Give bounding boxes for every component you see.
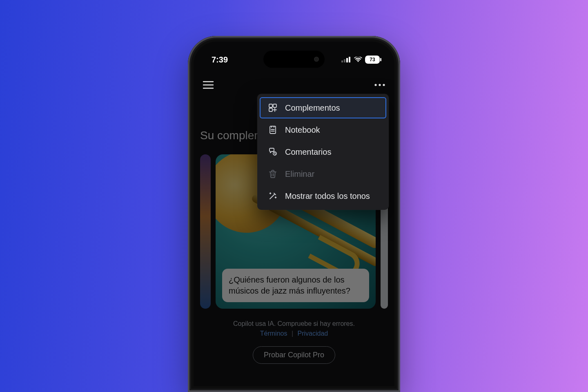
ai-disclaimer: Copilot usa IA. Compruebe si hay errores…: [200, 320, 388, 327]
menu-item-tonos[interactable]: Mostrar todos los tonos: [260, 185, 386, 207]
svg-point-8: [379, 84, 381, 86]
svg-point-9: [383, 84, 385, 86]
menu-item-label: Eliminar: [285, 169, 378, 179]
more-button[interactable]: [374, 83, 385, 87]
svg-rect-10: [269, 104, 272, 107]
menu-item-label: Mostrar todos los tonos: [285, 192, 378, 201]
wifi-icon: [354, 57, 362, 62]
trash-icon: [268, 169, 278, 179]
terms-link[interactable]: Términos: [260, 330, 287, 337]
legal-links: Términos | Privacidad: [200, 330, 388, 337]
more-horizontal-icon: [374, 83, 385, 87]
svg-rect-13: [270, 126, 276, 134]
menu-item-eliminar: Eliminar: [260, 163, 386, 185]
app-bar: [194, 74, 394, 96]
feedback-icon: [268, 147, 278, 157]
suggestion-card-prev[interactable]: [200, 154, 211, 309]
wand-icon: [268, 191, 278, 201]
privacy-link[interactable]: Privacidad: [298, 330, 328, 337]
try-pro-button[interactable]: Probar Copilot Pro: [253, 346, 335, 364]
svg-rect-1: [344, 59, 345, 62]
menu-item-label: Complementos: [285, 103, 378, 113]
svg-rect-11: [273, 104, 276, 107]
plugins-icon: [268, 103, 278, 113]
menu-item-label: Comentarios: [285, 147, 378, 157]
svg-rect-2: [346, 58, 348, 62]
svg-rect-0: [341, 60, 343, 62]
svg-rect-3: [349, 57, 350, 62]
status-time: 7:39: [212, 55, 228, 65]
cellular-icon: [341, 57, 351, 62]
legal-separator: |: [292, 330, 293, 337]
phone-frame: 7:39 73: [188, 36, 400, 392]
menu-item-complementos[interactable]: Complementos: [260, 97, 386, 118]
suggestion-prompt[interactable]: ¿Quiénes fueron algunos de los músicos d…: [222, 269, 369, 302]
menu-item-label: Notebook: [285, 125, 378, 135]
phone-screen: 7:39 73: [194, 42, 394, 386]
status-icons: 73: [341, 56, 380, 64]
battery-indicator: 73: [365, 56, 380, 64]
menu-item-comentarios[interactable]: Comentarios: [260, 141, 386, 163]
gradient-background: 7:39 73: [0, 0, 588, 392]
notebook-icon: [268, 125, 278, 135]
battery-percent: 73: [370, 57, 375, 62]
overflow-menu: Complementos Notebook: [257, 94, 389, 210]
menu-item-notebook[interactable]: Notebook: [260, 119, 386, 140]
hamburger-icon: [203, 80, 214, 89]
dynamic-island: [263, 51, 325, 68]
svg-point-7: [374, 84, 376, 86]
menu-button[interactable]: [203, 80, 214, 89]
svg-rect-12: [269, 108, 272, 111]
